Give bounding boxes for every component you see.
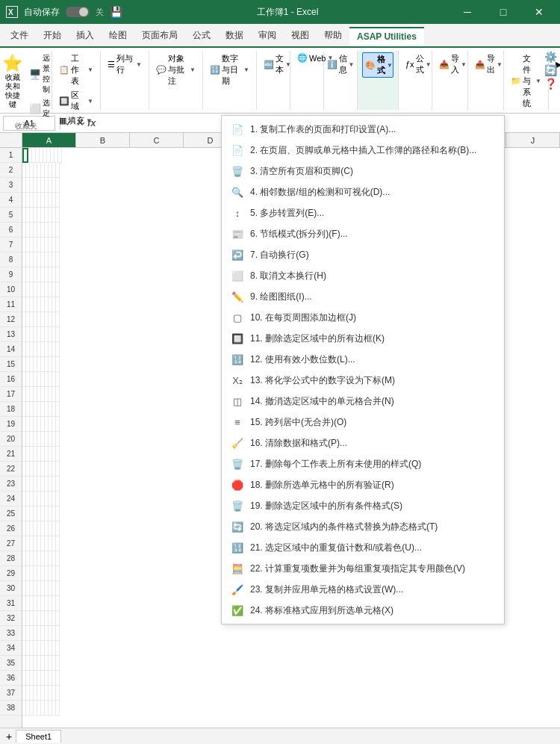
menu-item-13[interactable]: X₂ 13. 将化学公式中的数字设为下标(M) — [222, 370, 504, 391]
gear-icon[interactable]: ⚙️ — [544, 51, 557, 63]
tab-formula[interactable]: 公式 — [185, 25, 218, 46]
cell-J4[interactable] — [56, 193, 60, 208]
menu-item-20[interactable]: 🔄 20. 将选定区域内的条件格式替换为静态格式(T) — [222, 516, 504, 537]
menu-item-11[interactable]: 🔲 11. 删除选定区域中的所有边框(K) — [222, 328, 504, 349]
dropdown-text[interactable]: 🔤 文本 ▼ — [261, 52, 285, 76]
dropdown-filesys[interactable]: 📁 文件与系统 ▼ — [508, 52, 544, 110]
cell-J13[interactable] — [56, 327, 60, 342]
cell-J9[interactable] — [56, 267, 60, 282]
cell-J19[interactable] — [56, 417, 60, 432]
dropdown-object[interactable]: 💬 对象与批注 ▼ — [154, 52, 198, 87]
menu-item-16[interactable]: 🧹 16. 清除数据和格式(P)... — [222, 433, 504, 453]
cell-J6[interactable] — [56, 223, 60, 238]
refresh-icon[interactable]: 🔄 — [544, 64, 557, 76]
menu-item-4[interactable]: 🔍 4. 相邻数据/组的检测和可视化(D)... — [222, 182, 504, 202]
cell-J17[interactable] — [56, 387, 60, 402]
cell-J34[interactable] — [56, 641, 60, 656]
menu-item-17[interactable]: 🗑️ 17. 删除每个工作表上所有未使用的样式(Q) — [222, 453, 504, 474]
cell-J37[interactable] — [56, 686, 60, 701]
cell-J32[interactable] — [56, 611, 60, 626]
btn-favorites[interactable]: ⭐ 收藏夹和快捷键 — [0, 52, 25, 111]
dropdown-region[interactable]: 🔲 区域 ▼ — [57, 89, 96, 113]
menu-item-1[interactable]: 📄 1. 复制工作表的页面和打印设置(A)... — [222, 119, 504, 140]
tab-layout[interactable]: 页面布局 — [134, 25, 185, 46]
cell-J15[interactable] — [56, 357, 60, 372]
cell-J26[interactable] — [56, 521, 60, 536]
dropdown-worksheet[interactable]: 📋 工作表 ▼ — [57, 52, 96, 87]
minimize-button[interactable]: ─ — [452, 1, 482, 22]
tab-home[interactable]: 开始 — [36, 25, 69, 46]
menu-item-5[interactable]: ↕️ 5. 多步转置列(E)... — [222, 202, 504, 223]
col-header-b[interactable]: B — [76, 133, 130, 147]
cell-J7[interactable] — [56, 238, 60, 252]
menu-item-22[interactable]: 🧮 22. 计算重复项数量并为每组重复项指定其专用颜色(V) — [222, 558, 504, 579]
dropdown-fill[interactable]: ▦ 填充 ▼ — [57, 114, 96, 127]
cell-J20[interactable] — [56, 432, 60, 447]
cell-J2[interactable] — [56, 163, 60, 178]
cell-J18[interactable] — [56, 402, 60, 417]
dropdown-formula[interactable]: ƒx 公式 ▼ — [403, 52, 427, 76]
cell-J33[interactable] — [56, 626, 60, 641]
cell-J22[interactable] — [56, 462, 60, 477]
dropdown-info[interactable]: ℹ️ 信息 ▼ — [325, 52, 357, 76]
cell-J30[interactable] — [56, 581, 60, 596]
close-button[interactable]: ✕ — [524, 1, 554, 22]
add-sheet-button[interactable]: + — [3, 731, 15, 743]
col-header-c[interactable]: C — [130, 133, 184, 147]
col-header-a[interactable]: A — [22, 133, 76, 147]
tab-data[interactable]: 数据 — [218, 25, 251, 46]
question-icon[interactable]: ❓ — [544, 78, 557, 90]
cell-J25[interactable] — [56, 506, 60, 521]
menu-item-14[interactable]: ◫ 14. 撤消选定区域中的单元格合并(N) — [222, 391, 504, 412]
cell-J5[interactable] — [56, 208, 60, 223]
menu-item-18[interactable]: 🛑 18. 删除所选单元格中的所有验证(R) — [222, 474, 504, 495]
menu-item-2[interactable]: 📄 2. 在页眉、页脚或单元格中插入工作簿的路径和名称(B)... — [222, 140, 504, 161]
menu-item-21[interactable]: 🔢 21. 选定区域中的重复值计数和/或着色(U)... — [222, 537, 504, 558]
autosave-toggle[interactable] — [66, 7, 90, 17]
sheet-tab-sheet1[interactable]: Sheet1 — [16, 730, 61, 743]
cell-J10[interactable] — [56, 282, 60, 297]
dropdown-columns[interactable]: ☰ 列与行 ▼ — [105, 52, 144, 76]
cell-J24[interactable] — [56, 492, 60, 506]
cell-J11[interactable] — [56, 297, 60, 312]
menu-item-9[interactable]: ✏️ 9. 绘图图纸(I)... — [222, 286, 504, 307]
cell-J16[interactable] — [56, 372, 60, 387]
maximize-button[interactable]: □ — [488, 1, 518, 22]
dropdown-format[interactable]: 🎨 格式 ▼ — [362, 52, 393, 78]
menu-item-23[interactable]: 🖌️ 23. 复制并应用单元格的格式设置(W)... — [222, 579, 504, 600]
btn-select[interactable]: ⬜ 选定 — [27, 97, 52, 120]
menu-item-6[interactable]: 📰 6. 节纸模式(拆分列)(F)... — [222, 223, 504, 244]
tab-view[interactable]: 视图 — [284, 25, 317, 46]
cell-A1[interactable] — [22, 148, 28, 163]
cell-J21[interactable] — [56, 447, 60, 462]
tab-help[interactable]: 帮助 — [317, 25, 349, 46]
cell-J38[interactable] — [56, 701, 60, 716]
tab-asap[interactable]: ASAP Utilities — [349, 27, 424, 46]
save-icon[interactable]: 💾 — [110, 6, 122, 18]
tab-insert[interactable]: 插入 — [69, 25, 102, 46]
menu-item-12[interactable]: 🔢 12. 使用有效小数位数(L)... — [222, 349, 504, 370]
menu-item-15[interactable]: ≡ 15. 跨列居中(无合并)(O) — [222, 412, 504, 433]
menu-item-24[interactable]: ✅ 24. 将标准格式应用到所选单元格(X) — [222, 600, 504, 621]
tab-review[interactable]: 审阅 — [251, 25, 284, 46]
col-header-j[interactable]: J — [506, 133, 560, 147]
menu-item-7[interactable]: ↩️ 7. 自动换行(G) — [222, 244, 504, 265]
cell-J36[interactable] — [56, 671, 60, 686]
cell-J8[interactable] — [56, 252, 60, 267]
dropdown-import[interactable]: 📥 导入 ▼ — [437, 52, 463, 76]
cell-J28[interactable] — [56, 551, 60, 566]
menu-item-10[interactable]: ▢ 10. 在每页周围添加边框(J) — [222, 307, 504, 328]
dropdown-web[interactable]: 🌐 Web ▼ — [295, 52, 319, 63]
cell-J31[interactable] — [56, 596, 60, 611]
btn-remote-control[interactable]: 🖥️ 远景控制 — [27, 52, 52, 96]
cell-J23[interactable] — [56, 477, 60, 492]
tab-file[interactable]: 文件 — [3, 25, 36, 46]
dropdown-export[interactable]: 📤 导出 ▼ — [473, 52, 499, 76]
menu-item-8[interactable]: ⬜ 8. 取消文本换行(H) — [222, 265, 504, 286]
menu-item-3[interactable]: 🗑️ 3. 清空所有页眉和页脚(C) — [222, 161, 504, 182]
cell-J29[interactable] — [56, 566, 60, 581]
cell-J1[interactable] — [58, 148, 62, 163]
cell-J27[interactable] — [56, 536, 60, 551]
cell-J35[interactable] — [56, 656, 60, 671]
dropdown-number[interactable]: 🔢 数字与日期 ▼ — [208, 52, 252, 87]
